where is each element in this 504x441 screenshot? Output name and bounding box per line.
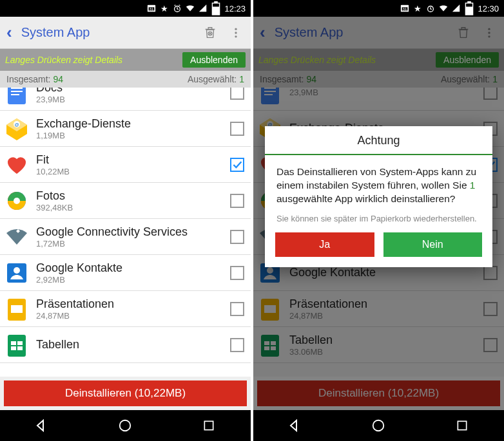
app-info: Tabellen [36, 338, 224, 352]
list-item[interactable]: Google Kontakte2,92MB [0, 255, 251, 291]
app-size: 24,87MB [36, 311, 224, 321]
nav-back-icon[interactable] [33, 417, 51, 435]
dialog-subtext: Sie können sie später im Papierkorb wied… [265, 210, 492, 232]
checkbox[interactable] [230, 88, 244, 100]
svg-rect-21 [11, 305, 23, 313]
phone-right: 31 ★ 12:30 ‹ System App Langes Drücken z… [253, 0, 504, 441]
total-value: 94 [53, 74, 63, 84]
checkbox[interactable] [230, 158, 244, 172]
star-icon: ★ [413, 4, 422, 13]
checkbox[interactable] [230, 266, 244, 280]
wifi-icon [4, 224, 30, 250]
list-item[interactable]: Google Connectivity Services1,72MB [0, 219, 251, 255]
svg-rect-6 [215, 1, 218, 3]
battery-icon [465, 4, 474, 13]
svg-rect-12 [11, 88, 23, 89]
nav-recent-icon[interactable] [200, 417, 218, 435]
svg-point-17 [14, 198, 20, 204]
alarm-icon [173, 4, 182, 13]
dialog-actions: Ja Nein [265, 232, 492, 267]
calendar-icon: 31 [400, 4, 409, 13]
contacts-icon [4, 260, 30, 286]
docs-icon [4, 88, 30, 106]
svg-point-19 [14, 267, 20, 274]
checkbox[interactable] [230, 338, 244, 352]
wifi-icon [439, 4, 448, 13]
list-item[interactable]: Tabellen [0, 327, 251, 363]
app-info: Exchange-Dienste1,19MB [36, 117, 224, 140]
status-bar: 31 ★ 12:30 [253, 0, 504, 17]
dialog-no-button[interactable]: Nein [383, 232, 483, 257]
app-size: 23,9MB [36, 95, 224, 104]
fit-icon [4, 152, 30, 178]
list-item[interactable]: Fotos392,48KB [0, 183, 251, 219]
hint-bar: Langes Drücken zeigt Details Ausblenden [0, 49, 251, 71]
trash-icon[interactable] [202, 24, 218, 41]
svg-point-26 [120, 420, 131, 431]
app-info: Präsentationen24,87MB [36, 297, 224, 321]
uninstall-button[interactable]: Deinstallieren (10,22MB) [4, 380, 247, 406]
app-size: 1,72MB [36, 239, 224, 249]
app-name: Präsentationen [36, 297, 224, 311]
app-info: Google Kontakte2,92MB [36, 261, 224, 285]
svg-rect-11 [8, 88, 26, 104]
calendar-icon: 31 [147, 4, 156, 13]
overflow-icon[interactable] [228, 24, 244, 41]
app-size: 392,48KB [36, 203, 224, 212]
app-name: Fit [36, 153, 224, 167]
app-header: ‹ System App [0, 17, 251, 49]
screen: ‹ System App Langes Drücken zeigt Detail… [253, 17, 504, 410]
checkbox[interactable] [230, 230, 244, 244]
app-name: Tabellen [36, 338, 224, 352]
app-name: Fotos [36, 189, 224, 203]
selected-label: Ausgewählt: [188, 74, 237, 84]
app-name: Google Connectivity Services [36, 225, 224, 239]
list-item[interactable]: @Exchange-Dienste1,19MB [0, 111, 251, 147]
status-time: 12:23 [224, 4, 246, 14]
nav-home-icon[interactable] [369, 417, 387, 435]
list-item[interactable]: Docs23,9MB [0, 88, 251, 111]
svg-rect-34 [468, 1, 472, 3]
checkbox[interactable] [230, 194, 244, 208]
nav-back-icon[interactable] [286, 417, 304, 435]
hint-text: Langes Drücken zeigt Details [5, 55, 177, 65]
screen: ‹ System App Langes Drücken zeigt Detail… [0, 17, 251, 410]
nav-recent-icon[interactable] [453, 417, 471, 435]
app-size: 10,22MB [36, 167, 224, 176]
svg-point-8 [235, 28, 237, 30]
phone-left: 31 ★ 12:23 ‹ System App Langes Drücken z… [0, 0, 251, 441]
nav-bar [253, 410, 504, 441]
slides-icon [4, 296, 30, 322]
page-title: System App [21, 25, 193, 40]
app-size: 1,19MB [36, 131, 224, 140]
svg-text:31: 31 [403, 6, 407, 11]
hide-hint-button[interactable]: Ausblenden [182, 52, 246, 68]
nav-home-icon[interactable] [116, 417, 134, 435]
checkbox[interactable] [230, 122, 244, 136]
wifi-icon [186, 4, 195, 13]
svg-rect-5 [213, 6, 220, 15]
svg-text:@: @ [14, 122, 19, 127]
dialog-yes-button[interactable]: Ja [275, 232, 374, 257]
photos-icon [4, 188, 30, 214]
app-size: 2,92MB [36, 275, 224, 285]
svg-rect-25 [11, 345, 23, 346]
app-info: Google Connectivity Services1,72MB [36, 225, 224, 249]
svg-text:31: 31 [150, 6, 154, 11]
star-icon: ★ [160, 4, 169, 13]
list-item[interactable]: Fit10,22MB [0, 147, 251, 183]
list-item[interactable]: Präsentationen24,87MB [0, 291, 251, 327]
status-time: 12:30 [478, 4, 499, 14]
checkbox[interactable] [230, 302, 244, 316]
signal-icon [452, 4, 461, 13]
app-name: Exchange-Dienste [36, 117, 224, 131]
selected-value: 1 [239, 74, 244, 84]
app-list[interactable]: Docs23,9MB@Exchange-Dienste1,19MBFit10,2… [0, 88, 251, 377]
svg-rect-33 [466, 6, 473, 15]
app-name: Google Kontakte [36, 261, 224, 275]
signal-icon [199, 4, 208, 13]
svg-rect-54 [458, 421, 466, 429]
back-icon[interactable]: ‹ [6, 23, 12, 42]
alarm-icon [426, 4, 435, 13]
total-label: Insgesamt: [6, 74, 50, 84]
